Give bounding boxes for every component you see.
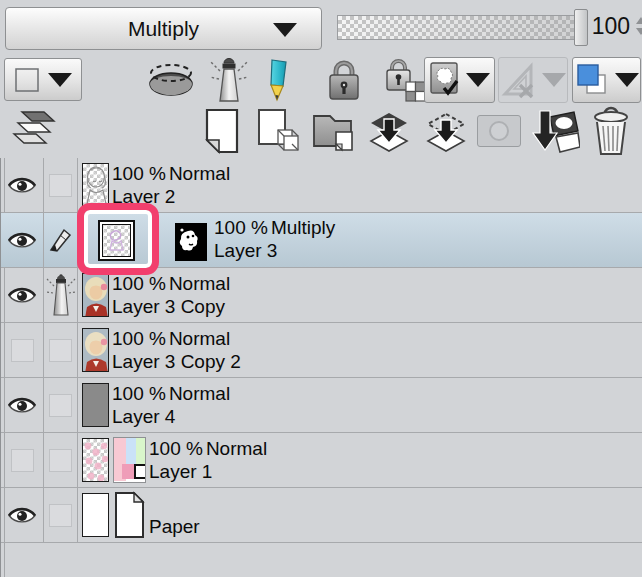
- eye-icon: [7, 176, 37, 195]
- layer-name: Layer 2: [112, 185, 233, 208]
- enable-mask-button[interactable]: [424, 57, 495, 103]
- new-raster-layer-icon[interactable]: [203, 108, 241, 154]
- empty-indicator-box: [49, 394, 72, 417]
- chevron-down-icon: [542, 73, 566, 87]
- visibility-toggle[interactable]: [1, 488, 44, 542]
- layer-thumbnail[interactable]: [82, 493, 109, 537]
- layer-indicator-cell[interactable]: [44, 213, 78, 267]
- visibility-toggle[interactable]: [1, 433, 44, 487]
- layer-name: Layer 3: [214, 239, 338, 262]
- layer-opacity: 100 %: [214, 217, 268, 238]
- palette-selector-button[interactable]: [4, 58, 82, 101]
- eye-icon: [7, 286, 37, 305]
- layer-thumbnail[interactable]: [82, 163, 109, 207]
- empty-visibility-box: [11, 449, 34, 472]
- layer-indicator-cell[interactable]: [44, 323, 78, 377]
- delete-layer-trash-icon[interactable]: [589, 106, 633, 156]
- layer-thumbnail[interactable]: [82, 438, 109, 482]
- layer-opacity: 100 %: [112, 163, 166, 184]
- layer-opacity: 100 %: [149, 438, 203, 459]
- eye-icon: [7, 506, 37, 525]
- transfer-to-lower-layer-icon[interactable]: [369, 113, 409, 153]
- empty-indicator-box: [49, 339, 72, 362]
- layer-selector-swatch-icon: [14, 67, 40, 93]
- layer-name: Paper: [149, 516, 200, 538]
- reference-layer-lighthouse-small-icon: [45, 273, 77, 317]
- empty-indicator-box: [49, 174, 72, 197]
- layer-mode: Normal: [169, 273, 230, 294]
- layer-name: Layer 3 Copy: [112, 295, 233, 318]
- layer-row-layer-4[interactable]: 100 %Normal Layer 4: [1, 378, 642, 433]
- chevron-down-icon: [466, 73, 490, 87]
- layer-thumbnail[interactable]: [82, 328, 109, 372]
- clip-at-layer-below-icon[interactable]: [144, 62, 198, 98]
- create-layer-mask-icon[interactable]: [477, 115, 521, 147]
- layer-list: 100 %Normal Layer 2: [0, 158, 642, 577]
- visibility-toggle[interactable]: [1, 378, 44, 432]
- eye-icon: [7, 231, 37, 250]
- layer-mode: Normal: [169, 328, 230, 349]
- empty-visibility-box: [11, 339, 34, 362]
- layer-mode: Multiply: [271, 217, 335, 238]
- paper-layer-icon: [113, 491, 146, 539]
- layer-opacity: 100 %: [112, 273, 166, 294]
- visibility-toggle[interactable]: [1, 323, 44, 377]
- layer-row-layer-3-copy-2[interactable]: 100 %Normal Layer 3 Copy 2: [1, 323, 642, 378]
- lock-layer-icon[interactable]: [326, 59, 362, 101]
- blend-mode-value: Multiply: [128, 17, 199, 41]
- layer-name: Layer 1: [149, 460, 270, 483]
- opacity-slider-handle[interactable]: [574, 9, 588, 46]
- blend-mode-dropdown[interactable]: Multiply: [5, 7, 322, 50]
- layer-indicator-cell[interactable]: [44, 158, 78, 212]
- opacity-value: 100: [588, 13, 630, 40]
- reference-layer-lighthouse-icon[interactable]: [208, 57, 250, 103]
- lock-transparent-pixels-icon[interactable]: [384, 58, 428, 103]
- layer-name: Layer 4: [112, 405, 233, 428]
- layer-thumbnail[interactable]: [82, 273, 109, 317]
- layer-color-button[interactable]: [572, 57, 641, 103]
- chevron-down-icon: [615, 73, 639, 87]
- ruler-button: [498, 57, 568, 103]
- apply-mask-to-layer-icon[interactable]: [530, 107, 580, 157]
- layer-indicator-cell[interactable]: [44, 378, 78, 432]
- layer-opacity: 100 %: [112, 383, 166, 404]
- blend-opacity-bar: Multiply 100: [0, 0, 642, 56]
- new-vector-layer-icon[interactable]: [256, 108, 302, 156]
- layer-command-bar: [0, 104, 642, 158]
- ruler-crossed-icon: [500, 61, 538, 99]
- layer-properties-bar: [0, 56, 642, 104]
- layer-row-paper[interactable]: Paper: [1, 488, 642, 543]
- draft-layer-pencil-icon[interactable]: [262, 58, 296, 102]
- visibility-toggle[interactable]: [1, 213, 44, 267]
- tone-swatch-thumbnail[interactable]: [113, 437, 146, 483]
- chevron-down-icon: [48, 73, 72, 87]
- layer-thumbnail[interactable]: [82, 383, 109, 427]
- merge-with-lower-layer-icon[interactable]: [425, 113, 467, 153]
- visibility-toggle[interactable]: [1, 268, 44, 322]
- layer-color-swatches-icon: [575, 62, 611, 98]
- layer-mode: Normal: [169, 383, 230, 404]
- empty-indicator-box: [49, 449, 72, 472]
- eye-icon: [7, 396, 37, 415]
- layer-indicator-cell[interactable]: [44, 488, 78, 542]
- opacity-stepper[interactable]: [636, 17, 642, 39]
- spin-up-icon[interactable]: [636, 17, 642, 24]
- opacity-slider[interactable]: [337, 15, 587, 40]
- layer-mode: Normal: [206, 438, 267, 459]
- empty-indicator-box: [49, 504, 72, 527]
- layer-row-layer-1[interactable]: 100 %Normal Layer 1: [1, 433, 642, 488]
- visibility-toggle[interactable]: [1, 158, 44, 212]
- spin-down-icon[interactable]: [636, 28, 642, 35]
- layer-stack-icon[interactable]: [8, 110, 56, 150]
- layer-row-layer-3-copy[interactable]: 100 %Normal Layer 3 Copy: [1, 268, 642, 323]
- layer-name: Layer 3 Copy 2: [112, 350, 241, 373]
- selected-layer-thumbnail[interactable]: [98, 220, 135, 261]
- layer-row-layer-3[interactable]: 100 %Multiply Layer 3: [1, 213, 642, 268]
- layer-opacity: 100 %: [112, 328, 166, 349]
- new-layer-folder-icon[interactable]: [310, 108, 360, 156]
- layer-palette: Multiply 100: [0, 0, 642, 577]
- layer-indicator-cell[interactable]: [44, 433, 78, 487]
- layer-mask-thumbnail[interactable]: [175, 223, 207, 261]
- layer-row-layer-2[interactable]: 100 %Normal Layer 2: [1, 158, 642, 213]
- layer-indicator-cell[interactable]: [44, 268, 78, 322]
